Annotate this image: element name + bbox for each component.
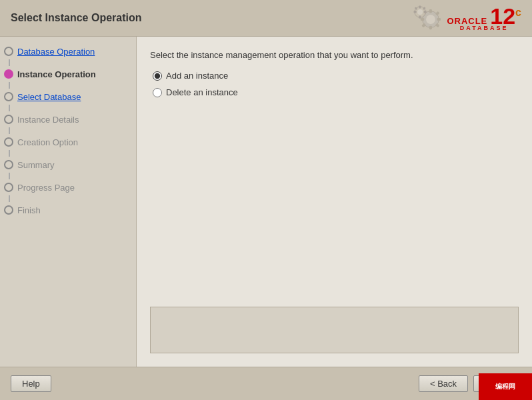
radio-delete-instance-input[interactable] <box>153 88 162 97</box>
sidebar-item-label-finish: Finish <box>17 205 41 215</box>
main-container: Database Operation Instance Operation Se… <box>0 37 532 367</box>
sidebar-item-summary: Summary <box>0 157 136 173</box>
sidebar-item-progress-page: Progress Page <box>0 179 136 195</box>
oracle-logo-area: ORACLE 12c DATABASE <box>410 2 521 34</box>
step-indicator-8 <box>4 205 13 215</box>
sidebar-item-label-creation-option: Creation Option <box>17 137 78 147</box>
sidebar-connector-3 <box>9 105 10 111</box>
sidebar-item-label-instance-details: Instance Details <box>17 115 79 125</box>
svg-rect-13 <box>419 16 421 19</box>
sidebar-connector-7 <box>9 195 10 202</box>
sidebar-item-finish: Finish <box>0 202 136 218</box>
footer-left: Help <box>11 375 51 392</box>
oracle-text-block: ORACLE 12c DATABASE <box>447 5 521 31</box>
sidebar-item-creation-option: Creation Option <box>0 134 136 150</box>
info-box <box>150 307 519 353</box>
step-indicator-6 <box>4 160 13 169</box>
radio-add-instance-label: Add an instance <box>166 71 228 81</box>
step-indicator-4 <box>4 115 13 124</box>
step-indicator-3 <box>4 92 13 101</box>
svg-point-11 <box>417 9 423 15</box>
sidebar-item-instance-details: Instance Details <box>0 111 136 127</box>
sidebar-item-label-database-operation: Database Operation <box>17 47 95 57</box>
oracle-version: 12c <box>490 5 521 27</box>
radio-delete-instance[interactable]: Delete an instance <box>153 87 519 97</box>
content-area: Select the instance management operation… <box>137 37 532 367</box>
sidebar-connector-1 <box>9 59 10 66</box>
watermark: 编程网 <box>479 373 532 400</box>
radio-delete-instance-label: Delete an instance <box>166 87 238 97</box>
sidebar-item-label-instance-operation: Instance Operation <box>17 69 96 79</box>
radio-group-instance-operation: Add an instance Delete an instance <box>153 71 519 97</box>
gear-icon <box>410 2 447 34</box>
step-indicator-1 <box>4 47 13 56</box>
content-description: Select the instance management operation… <box>150 50 519 60</box>
sidebar-item-label-summary: Summary <box>17 160 55 170</box>
svg-rect-5 <box>437 18 441 21</box>
svg-rect-2 <box>429 9 432 13</box>
footer: Help < Back Next > <box>0 367 532 400</box>
svg-rect-3 <box>429 26 432 29</box>
oracle-db-label: DATABASE <box>460 25 509 31</box>
sidebar-connector-6 <box>9 173 10 179</box>
svg-rect-12 <box>419 5 421 8</box>
radio-add-instance[interactable]: Add an instance <box>153 71 519 81</box>
header: Select Instance Operation <box>0 0 532 37</box>
page-title: Select Instance Operation <box>11 12 142 24</box>
sidebar: Database Operation Instance Operation Se… <box>0 37 137 367</box>
step-indicator-7 <box>4 183 13 192</box>
svg-rect-15 <box>424 11 427 13</box>
sidebar-item-instance-operation[interactable]: Instance Operation <box>0 66 136 82</box>
step-indicator-5 <box>4 137 13 147</box>
step-indicator-2 <box>4 69 13 79</box>
sidebar-connector-2 <box>9 82 10 89</box>
help-button[interactable]: Help <box>11 375 51 392</box>
sidebar-item-label-progress-page: Progress Page <box>17 183 75 193</box>
svg-rect-14 <box>414 11 417 13</box>
svg-rect-4 <box>421 18 424 21</box>
sidebar-connector-5 <box>9 150 10 157</box>
radio-add-instance-input[interactable] <box>153 71 162 81</box>
sidebar-connector-4 <box>9 127 10 134</box>
back-button[interactable]: < Back <box>419 375 468 392</box>
sidebar-item-label-select-database: Select Database <box>17 92 81 102</box>
svg-point-1 <box>426 15 435 24</box>
sidebar-item-select-database[interactable]: Select Database <box>0 89 136 105</box>
sidebar-item-database-operation[interactable]: Database Operation <box>0 43 136 59</box>
